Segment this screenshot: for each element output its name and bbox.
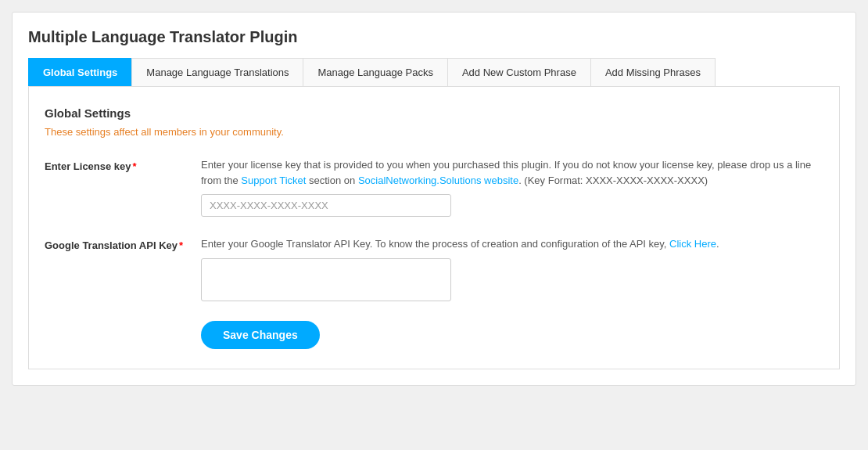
save-changes-button[interactable]: Save Changes xyxy=(201,321,320,349)
plugin-title: Multiple Language Translator Plugin xyxy=(28,28,840,46)
google-api-key-field: Enter your Google Translator API Key. To… xyxy=(201,236,823,301)
google-api-key-description: Enter your Google Translator API Key. To… xyxy=(201,236,823,252)
plugin-container: Multiple Language Translator Plugin Glob… xyxy=(12,12,856,386)
tab-add-new-custom-phrase[interactable]: Add New Custom Phrase xyxy=(447,58,591,86)
section-title: Global Settings xyxy=(45,106,823,120)
required-star: * xyxy=(133,160,137,172)
license-key-row: Enter License key* Enter your license ke… xyxy=(45,157,823,217)
tab-add-missing-phrases[interactable]: Add Missing Phrases xyxy=(590,58,716,86)
google-api-key-label: Google Translation API Key* xyxy=(45,236,201,251)
license-key-label: Enter License key* xyxy=(45,157,201,172)
tab-global-settings[interactable]: Global Settings xyxy=(28,58,132,86)
socialnetworking-link[interactable]: SocialNetworking.Solutions website xyxy=(358,175,518,186)
google-api-key-row: Google Translation API Key* Enter your G… xyxy=(45,236,823,301)
google-api-key-input[interactable] xyxy=(201,258,451,301)
support-ticket-link[interactable]: Support Ticket xyxy=(241,175,306,186)
required-star-google: * xyxy=(179,239,183,251)
tabs-nav: Global Settings Manage Language Translat… xyxy=(28,58,840,87)
section-desc: These settings affect all members in you… xyxy=(45,126,823,138)
save-row: Save Changes xyxy=(45,321,823,349)
license-key-input[interactable] xyxy=(201,194,451,217)
page-wrapper: Multiple Language Translator Plugin Glob… xyxy=(0,0,868,450)
content-area: Global Settings These settings affect al… xyxy=(28,87,840,369)
tab-manage-language-translations[interactable]: Manage Language Translations xyxy=(131,58,303,86)
click-here-link[interactable]: Click Here xyxy=(669,238,716,250)
license-key-description: Enter your license key that is provided … xyxy=(201,157,823,188)
tab-manage-language-packs[interactable]: Manage Language Packs xyxy=(303,58,447,86)
license-key-field: Enter your license key that is provided … xyxy=(201,157,823,217)
